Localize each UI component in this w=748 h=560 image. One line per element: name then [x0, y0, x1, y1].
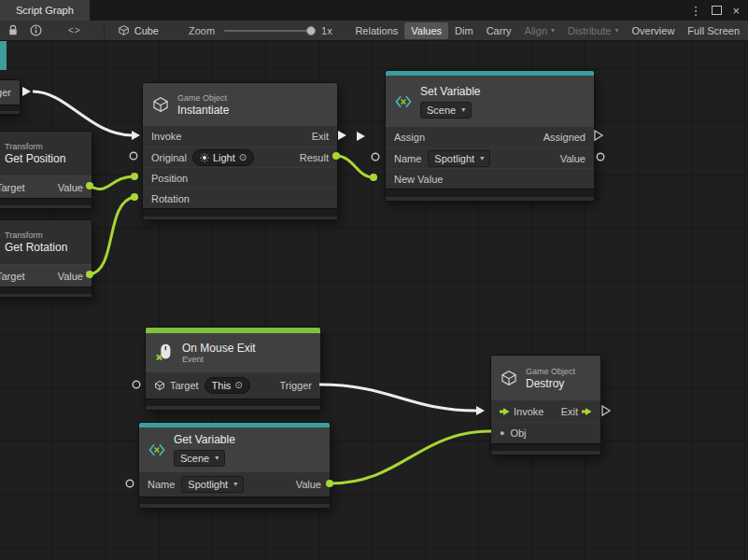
port-row: ● Obj: [491, 422, 600, 443]
port-label-assigned: Assigned: [543, 132, 586, 143]
relations-button[interactable]: Relations: [348, 22, 404, 39]
chevron-down-icon: ▾: [461, 106, 465, 114]
chevron-down-icon: ▾: [233, 481, 237, 488]
node-header[interactable]: On Mouse Exit Event: [146, 333, 320, 372]
wire-trigger-to-invoke[interactable]: [33, 91, 133, 135]
maximize-icon[interactable]: [712, 6, 722, 15]
object-picker-icon[interactable]: ⊙: [234, 381, 242, 390]
value-port-empty[interactable]: [597, 153, 604, 161]
variable-icon: [148, 441, 166, 459]
port-label-rotation: Rotation: [151, 193, 190, 204]
zoom-slider[interactable]: [224, 30, 313, 32]
cube-icon: [118, 24, 130, 36]
port-label-result: Result: [300, 152, 329, 163]
wire-arrowhead: [476, 406, 485, 415]
wire-value-to-obj[interactable]: [330, 431, 491, 483]
node-footer: [0, 105, 20, 111]
more-menu-icon[interactable]: ⋮: [689, 4, 701, 18]
tab-label: Script Graph: [16, 5, 74, 16]
port-label-assign: Assign: [394, 132, 425, 143]
dim-button[interactable]: Dim: [448, 22, 480, 39]
node-set-variable[interactable]: Set Variable Scene ▾ Assign Assigned Nam…: [385, 70, 595, 202]
flow-arrow-icon: [582, 407, 592, 416]
flow-output-port[interactable]: [22, 87, 31, 96]
flow-input-port-assign[interactable]: [357, 132, 365, 141]
node-bottom-edge: [0, 111, 20, 114]
port-label-value: Value: [560, 153, 586, 164]
node-header[interactable]: Game Object Instantiate: [143, 83, 337, 126]
node-offscreen-event[interactable]: Trigger: [0, 79, 21, 115]
window-controls: ⋮ ×: [689, 0, 748, 21]
close-icon[interactable]: ×: [732, 4, 740, 18]
port-label-target: Target: [0, 182, 25, 193]
port-label-original: Original: [151, 152, 187, 163]
value-port-empty[interactable]: [130, 152, 137, 160]
port-label-value: Value: [296, 479, 321, 490]
object-field-light[interactable]: Light ⊙: [192, 149, 254, 166]
code-view-icon[interactable]: <>: [68, 25, 81, 35]
node-header[interactable]: Transform Get Rotation: [0, 220, 92, 264]
port-label-invoke: Invoke: [151, 131, 181, 142]
node-category: Game Object: [526, 367, 575, 377]
node-instantiate[interactable]: Game Object Instantiate Invoke Exit Orig…: [142, 82, 338, 220]
node-header[interactable]: Transform Get Position: [0, 132, 92, 175]
port-label-value: Value: [58, 182, 83, 193]
flow-port-empty[interactable]: [595, 131, 602, 140]
carry-button[interactable]: Carry: [480, 22, 518, 39]
graph-wires: [0, 41, 748, 560]
node-header[interactable]: Set Variable Scene ▾: [386, 76, 594, 127]
node-title: Get Position: [5, 152, 65, 165]
value-port-connected[interactable]: [370, 174, 377, 181]
offscreen-node-fragment: [0, 41, 7, 70]
node-get-position[interactable]: Transform Get Position Target Value: [0, 131, 92, 209]
port-label-name: Name: [148, 479, 175, 490]
node-title: Destroy: [526, 377, 575, 390]
node-bottom-edge: [139, 504, 330, 508]
distribute-button[interactable]: Distribute▾: [561, 22, 625, 39]
node-bottom-edge: [146, 406, 320, 410]
object-field-this[interactable]: This ⊙: [205, 377, 250, 394]
align-button[interactable]: Align▾: [518, 22, 561, 39]
node-bottom-edge: [386, 197, 594, 201]
node-bottom-edge: [143, 217, 337, 219]
wire-rotation-value[interactable]: [90, 197, 134, 274]
values-button[interactable]: Values: [404, 22, 448, 39]
variable-name-dropdown[interactable]: Spotlight ▾: [181, 476, 244, 493]
wire-position-value[interactable]: [90, 176, 134, 189]
graph-canvas[interactable]: Trigger Transform Get Position Target Va…: [0, 41, 748, 560]
node-title: Get Variable: [174, 433, 235, 446]
port-row: Target Value: [0, 264, 92, 287]
zoom-slider-handle[interactable]: [306, 26, 316, 35]
object-picker-icon[interactable]: ⊙: [239, 153, 247, 162]
value-port-connected[interactable]: [131, 173, 138, 180]
value-port-connected[interactable]: [131, 193, 138, 201]
value-port-empty[interactable]: [133, 381, 140, 388]
variable-kind-dropdown[interactable]: Scene ▾: [420, 102, 472, 119]
node-header[interactable]: Game Object Destroy: [491, 356, 600, 400]
node-footer: [139, 497, 330, 504]
flow-output-port-exit[interactable]: [338, 131, 346, 140]
node-header[interactable]: Get Variable Scene ▾: [139, 427, 330, 472]
port-row: New Value: [386, 168, 594, 189]
value-port-empty[interactable]: [372, 153, 379, 161]
node-footer: [491, 443, 600, 451]
flow-port-empty[interactable]: [602, 406, 610, 415]
port-row: Rotation: [143, 188, 337, 208]
overview-button[interactable]: Overview: [626, 22, 682, 39]
node-get-variable[interactable]: Get Variable Scene ▾ Name Spotlight ▾ Va…: [138, 422, 331, 509]
node-get-rotation[interactable]: Transform Get Rotation Target Value: [0, 219, 92, 298]
fullscreen-button[interactable]: Full Screen: [681, 22, 746, 39]
variable-kind-dropdown[interactable]: Scene ▾: [174, 450, 225, 467]
lock-icon[interactable]: [7, 24, 19, 36]
wire-trigger-to-destroy[interactable]: [319, 385, 477, 411]
node-destroy[interactable]: Game Object Destroy Invoke Exit ● Obj: [490, 355, 601, 455]
info-icon[interactable]: [30, 24, 42, 36]
tab-script-graph[interactable]: Script Graph: [0, 0, 90, 21]
node-title: On Mouse Exit: [182, 342, 256, 355]
wire-result-to-newvalue[interactable]: [336, 156, 374, 177]
node-on-mouse-exit[interactable]: On Mouse Exit Event Target This ⊙ Trigge…: [145, 327, 321, 411]
value-port-empty[interactable]: [126, 480, 134, 487]
gameobject-cube-icon: [500, 369, 518, 387]
variable-name-dropdown[interactable]: Spotlight ▾: [428, 150, 490, 167]
node-subtitle: Event: [182, 355, 256, 365]
